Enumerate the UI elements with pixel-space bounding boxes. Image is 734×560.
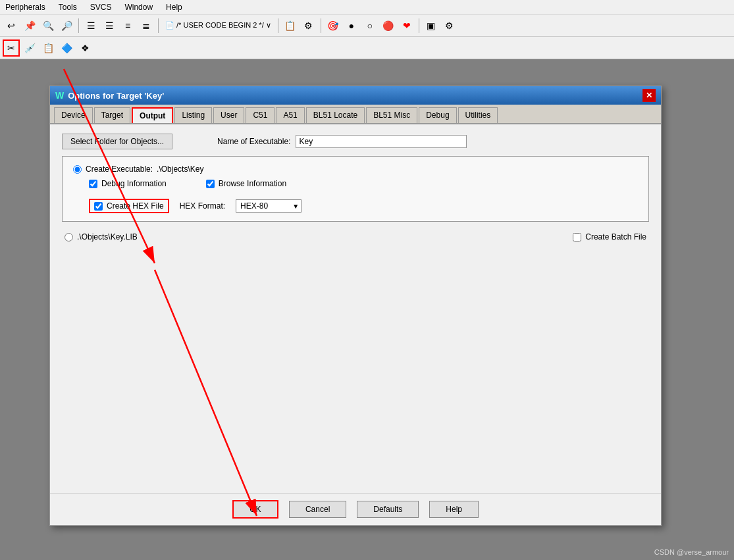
hex-format-select[interactable]: HEX-80 HEX-86	[236, 199, 301, 213]
tabs-bar: Device Target Output Listing User C51 A5…	[50, 105, 661, 124]
tb-list1-btn[interactable]: ☰	[82, 17, 99, 34]
tb2-copy-btn[interactable]: 📋	[39, 39, 57, 57]
debug-info-checkbox[interactable]	[89, 180, 97, 188]
sep5	[419, 18, 419, 33]
create-batch-row: Create Batch File	[573, 232, 646, 242]
tab-c51[interactable]: C51	[246, 107, 275, 123]
create-executable-radio[interactable]	[73, 165, 82, 174]
debug-info-label: Debug Information	[101, 179, 167, 188]
hex-format-label: HEX Format:	[180, 201, 225, 211]
create-hex-row-highlighted: Create HEX File	[89, 199, 169, 213]
menu-peripherals[interactable]: Peripherals	[3, 1, 48, 13]
sep2	[158, 18, 159, 33]
dialog-titlebar: W Options for Target 'Key' ✕	[50, 86, 661, 105]
tb-square-btn[interactable]: ▣	[423, 17, 440, 34]
browse-info-checkbox[interactable]	[206, 180, 215, 188]
sep4	[321, 18, 321, 33]
dialog-footer: OK Cancel Defaults Help	[50, 493, 661, 525]
dialog-title-icon: W	[55, 90, 64, 101]
executable-label: Name of Executable:	[217, 137, 290, 146]
menu-help[interactable]: Help	[163, 1, 185, 13]
create-executable-row: Create Executable: .\Objects\Key	[73, 165, 638, 174]
tb-list4-btn[interactable]: ≣	[138, 17, 155, 34]
tb-zoom1-btn[interactable]: 🔍	[39, 17, 57, 34]
tab-listing[interactable]: Listing	[174, 107, 212, 123]
lib-radio-row: .\Objects\Key.LIB	[65, 232, 138, 242]
spacer	[62, 247, 649, 392]
browse-info-label: Browse Information	[219, 179, 286, 188]
lib-path-label: .\Objects\Key.LIB	[77, 232, 138, 242]
tb-back-btn[interactable]: ↩	[3, 17, 20, 34]
hex-format-select-wrapper: HEX-80 HEX-86 ▼	[236, 199, 301, 213]
menu-bar: Peripherals Tools SVCS Window Help	[0, 0, 734, 14]
tab-output[interactable]: Output	[132, 107, 173, 123]
tb-build-btn[interactable]: 📋	[282, 17, 299, 34]
help-button[interactable]: Help	[429, 501, 479, 518]
tb-settings-btn[interactable]: ⚙	[441, 17, 458, 34]
select-folder-button[interactable]: Select Folder for Objects...	[62, 134, 172, 149]
create-batch-checkbox[interactable]	[573, 233, 581, 242]
tb-pin-btn[interactable]: 📌	[21, 17, 38, 34]
tb2-cut-btn[interactable]: ✂	[3, 39, 20, 57]
ok-button[interactable]: OK	[232, 500, 278, 519]
tb2-inject-btn[interactable]: 💉	[21, 39, 38, 57]
dialog-content: Select Folder for Objects... Name of Exe…	[50, 124, 661, 493]
tb-circle1-btn[interactable]: ●	[343, 17, 360, 34]
tb-red-btn[interactable]: 🔴	[380, 17, 397, 34]
top-row: Select Folder for Objects... Name of Exe…	[62, 134, 649, 149]
checkboxes-row: Debug Information Browse Information Cre…	[89, 179, 638, 213]
options-dialog: W Options for Target 'Key' ✕ Device Targ…	[49, 86, 662, 526]
tab-bl51-misc[interactable]: BL51 Misc	[366, 107, 417, 123]
executable-input[interactable]	[296, 135, 467, 148]
tb-target-btn[interactable]: 🎯	[325, 17, 342, 34]
create-executable-label: Create Executable:	[86, 165, 153, 174]
tb-gear-btn[interactable]: ⚙	[300, 17, 317, 34]
executable-path: .\Objects\Key	[157, 165, 203, 174]
tb2-shape-btn[interactable]: ❖	[76, 39, 93, 57]
tb-zoom2-btn[interactable]: 🔎	[58, 17, 75, 34]
tb2-diamond-btn[interactable]: 🔷	[58, 39, 75, 57]
section-box: Create Executable: .\Objects\Key Debug I…	[62, 156, 649, 222]
tb-list3-btn[interactable]: ≡	[119, 17, 136, 34]
tb-list2-btn[interactable]: ☰	[101, 17, 118, 34]
defaults-button[interactable]: Defaults	[357, 501, 419, 518]
menu-svcs[interactable]: SVCS	[88, 1, 115, 13]
lib-batch-row: .\Objects\Key.LIB Create Batch File	[62, 232, 649, 247]
tb-circle2-btn[interactable]: ○	[361, 17, 379, 34]
lib-radio[interactable]	[65, 233, 73, 242]
watermark: CSDN @verse_armour	[654, 548, 729, 556]
tab-user[interactable]: User	[213, 107, 244, 123]
menu-tools[interactable]: Tools	[56, 1, 80, 13]
tab-bl51-locate[interactable]: BL51 Locate	[306, 107, 365, 123]
debug-info-row: Debug Information	[89, 179, 167, 188]
create-batch-label: Create Batch File	[585, 232, 646, 242]
tab-device[interactable]: Device	[54, 107, 93, 123]
tb-heart-btn[interactable]: ❤	[398, 17, 415, 34]
dialog-title: Options for Target 'Key'	[68, 91, 164, 101]
close-button[interactable]: ✕	[642, 89, 656, 102]
tab-utilities[interactable]: Utilities	[458, 107, 498, 123]
menu-window[interactable]: Window	[122, 1, 155, 13]
create-hex-label: Create HEX File	[107, 201, 164, 211]
toolbar-2: ✂ 💉 📋 🔷 ❖	[0, 37, 734, 59]
create-hex-checkbox[interactable]	[94, 202, 103, 211]
cancel-button[interactable]: Cancel	[289, 501, 346, 518]
tb-file-btn[interactable]: 📄 /* USER CODE BEGIN 2 */ ∨	[162, 17, 275, 34]
tab-target[interactable]: Target	[94, 107, 130, 123]
toolbar-1: ↩ 📌 🔍 🔎 ☰ ☰ ≡ ≣ 📄 /* USER CODE BEGIN 2 *…	[0, 14, 734, 37]
tab-debug[interactable]: Debug	[419, 107, 456, 123]
tab-a51[interactable]: A51	[276, 107, 304, 123]
browse-info-row: Browse Information	[206, 179, 286, 188]
sep1	[78, 18, 79, 33]
sep3	[278, 18, 278, 33]
